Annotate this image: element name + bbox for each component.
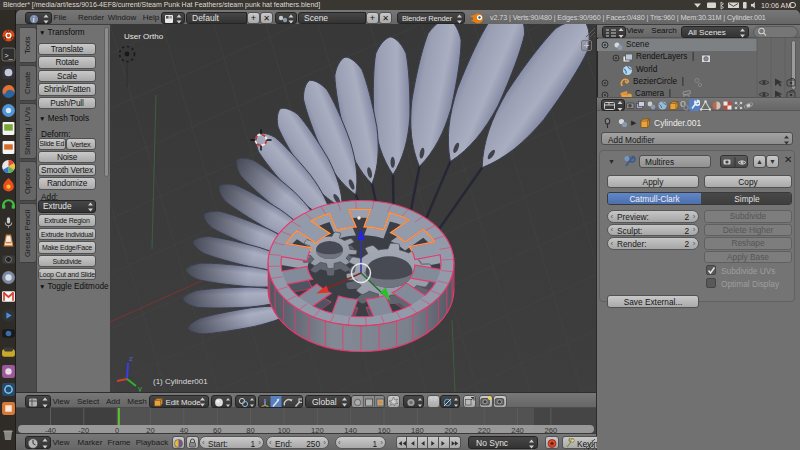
svg-text:0: 0: [115, 426, 119, 433]
svg-text:80: 80: [246, 426, 254, 433]
svg-text:>_: >_: [4, 50, 13, 59]
svg-text:100: 100: [278, 426, 291, 433]
svg-text:240: 240: [511, 426, 524, 433]
svg-text:y: y: [138, 384, 142, 392]
svg-text:z: z: [129, 354, 133, 363]
svg-text:-20: -20: [78, 426, 89, 433]
svg-text:180: 180: [411, 426, 424, 433]
svg-text:(1) Cylinder001: (1) Cylinder001: [153, 377, 208, 386]
svg-text:60: 60: [213, 426, 221, 433]
svg-text:260: 260: [545, 426, 558, 433]
svg-text:200: 200: [444, 426, 457, 433]
svg-text:i: i: [33, 15, 35, 24]
svg-text:20: 20: [146, 426, 154, 433]
svg-text:User Ortho: User Ortho: [124, 32, 164, 41]
svg-text:160: 160: [378, 426, 391, 433]
svg-text:220: 220: [478, 426, 491, 433]
svg-text:140: 140: [344, 426, 357, 433]
svg-text:40: 40: [180, 426, 188, 433]
svg-text:-40: -40: [45, 426, 56, 433]
svg-text:10:06 AM: 10:06 AM: [761, 1, 791, 10]
svg-text:120: 120: [311, 426, 324, 433]
